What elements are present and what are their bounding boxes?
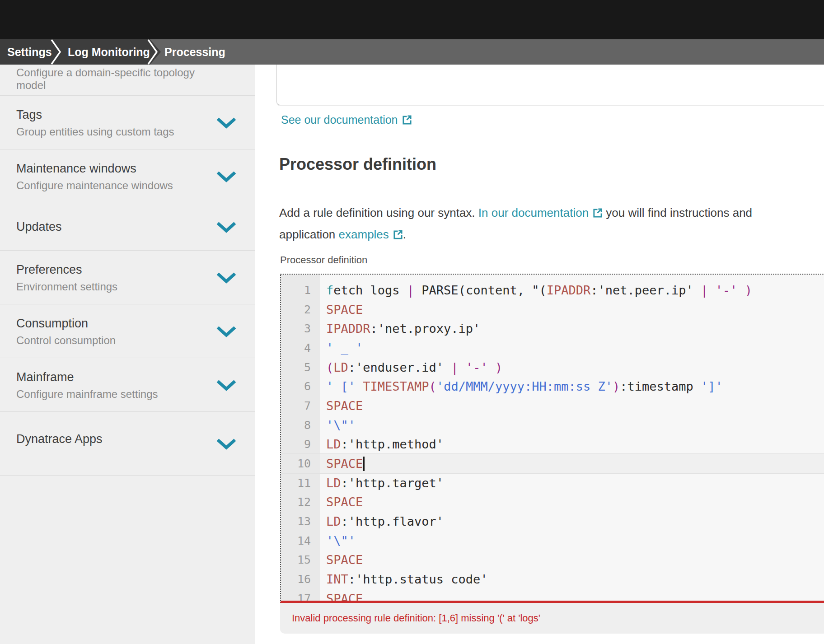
breadcrumb-settings[interactable]: Settings — [7, 39, 52, 65]
rule-name-input[interactable] — [276, 65, 824, 105]
code-text: fetch logs | PARSE(content, "(IPADDR:'ne… — [320, 280, 824, 300]
sidebar-item-title: Mainframe — [16, 370, 219, 384]
chevron-down-icon[interactable] — [216, 171, 237, 182]
line-number: 7 — [281, 396, 320, 415]
inline-doc-link[interactable]: examples — [339, 228, 389, 241]
line-number: 11 — [281, 473, 320, 493]
line-number: 1 — [281, 280, 320, 300]
breadcrumb-log-monitoring[interactable]: Log Monitoring — [68, 39, 150, 65]
code-line-17[interactable]: 17SPACE — [281, 589, 824, 603]
sidebar-item-subtitle: Configure a domain-specific topology mod… — [16, 66, 219, 92]
code-line-7[interactable]: 7SPACE — [281, 396, 824, 415]
see-documentation-link[interactable]: See our documentation — [281, 113, 398, 126]
validation-error-bar: Invalid processing rule definition: [1,6… — [280, 603, 824, 634]
inline-doc-link[interactable]: In our documentation — [478, 206, 589, 219]
processor-definition-editor[interactable]: 1fetch logs | PARSE(content, "(IPADDR:'n… — [280, 274, 824, 603]
chevron-down-icon[interactable] — [216, 221, 237, 233]
line-number: 13 — [281, 512, 320, 531]
chevron-down-icon[interactable] — [216, 379, 237, 391]
chevron-down-icon[interactable] — [216, 438, 237, 450]
line-number: 12 — [281, 493, 320, 512]
code-line-5[interactable]: 5(LD:'enduser.id' | '-' ) — [281, 358, 824, 377]
code-text: ' [' TIMESTAMP('dd/MMM/yyyy:HH:mm:ss Z')… — [320, 377, 824, 396]
sidebar-item-title: Tags — [16, 107, 219, 122]
chevron-down-icon[interactable] — [216, 326, 237, 337]
breadcrumb-processing: Processing — [164, 39, 225, 65]
sidebar-item-title: Preferences — [16, 262, 219, 277]
external-link-icon-slot — [398, 113, 412, 126]
line-number: 4 — [281, 338, 320, 358]
chevron-down-icon[interactable] — [216, 117, 237, 129]
code-text: (LD:'enduser.id' | '-' ) — [320, 358, 824, 377]
code-line-6[interactable]: 6' [' TIMESTAMP('dd/MMM/yyyy:HH:mm:ss Z'… — [281, 377, 824, 396]
sidebar-item-title: Updates — [16, 219, 219, 234]
code-line-1[interactable]: 1fetch logs | PARSE(content, "(IPADDR:'n… — [281, 280, 824, 300]
sidebar-item-subtitle: Configure mainframe settings — [16, 388, 219, 401]
code-line-9[interactable]: 9LD:'http.method' — [281, 435, 824, 454]
external-link-icon — [402, 115, 412, 125]
code-text: ' _ ' — [320, 338, 824, 358]
error-message: Invalid processing rule definition: [1,6… — [292, 612, 540, 624]
line-number: 6 — [281, 377, 320, 396]
code-text: INT:'http.status_code' — [320, 569, 824, 589]
code-line-15[interactable]: 15SPACE — [281, 551, 824, 570]
breadcrumb-chevron-icon — [147, 39, 158, 65]
sidebar-item-partial[interactable]: Configure a domain-specific topology mod… — [0, 65, 255, 96]
sidebar-item-title: Dynatrace Apps — [16, 432, 219, 446]
code-text: SPACE — [320, 493, 824, 512]
external-link-icon — [592, 208, 603, 218]
processor-definition-label: Processor definition — [280, 254, 367, 266]
code-line-14[interactable]: 14'\"' — [281, 531, 824, 551]
sidebar-item-subtitle: Group entities using custom tags — [16, 126, 219, 138]
text-cursor — [363, 457, 365, 471]
app-top-bar — [0, 0, 824, 39]
sidebar-item-subtitle: Environment settings — [16, 280, 219, 293]
code-line-4[interactable]: 4' _ ' — [281, 338, 824, 358]
page-title: Processor definition — [279, 155, 436, 174]
code-text: '\"' — [320, 415, 824, 435]
code-line-16[interactable]: 16INT:'http.status_code' — [281, 569, 824, 589]
code-text: LD:'http.method' — [320, 435, 824, 454]
sidebar-item-maintenance-windows[interactable]: Maintenance windowsConfigure maintenance… — [0, 149, 255, 203]
code-text: SPACE — [320, 396, 824, 415]
breadcrumb: Settings Log Monitoring Processing — [0, 39, 824, 65]
sidebar-item-subtitle: Configure maintenance windows — [16, 179, 219, 192]
line-number: 16 — [281, 569, 320, 589]
code-lines: 1fetch logs | PARSE(content, "(IPADDR:'n… — [281, 275, 824, 603]
code-line-3[interactable]: 3IPADDR:'net.proxy.ip' — [281, 319, 824, 338]
code-line-8[interactable]: 8'\"' — [281, 415, 824, 435]
sidebar-item-title: Maintenance windows — [16, 161, 219, 176]
chevron-down-icon[interactable] — [216, 272, 237, 284]
code-text: SPACE — [320, 551, 824, 570]
code-line-10[interactable]: 10SPACE — [281, 453, 824, 474]
code-line-12[interactable]: 12SPACE — [281, 493, 824, 512]
line-number: 3 — [281, 319, 320, 338]
sidebar-item-dynatrace-apps[interactable]: Dynatrace Apps — [0, 412, 255, 476]
code-line-11[interactable]: 11LD:'http.target' — [281, 473, 824, 493]
code-line-13[interactable]: 13LD:'http.flavor' — [281, 512, 824, 531]
line-number: 17 — [281, 589, 320, 603]
intro-text: Add a rule definition using our syntax. … — [279, 202, 792, 245]
code-text: IPADDR:'net.proxy.ip' — [320, 319, 824, 338]
code-text: '\"' — [320, 531, 824, 551]
sidebar-item-consumption[interactable]: ConsumptionControl consumption — [0, 304, 255, 358]
line-number: 9 — [281, 435, 320, 454]
code-text: SPACE — [320, 589, 824, 603]
sidebar: Configure a domain-specific topology mod… — [0, 65, 255, 644]
line-number: 14 — [281, 531, 320, 551]
sidebar-item-subtitle: Control consumption — [16, 334, 219, 347]
code-text: LD:'http.flavor' — [320, 512, 824, 531]
sidebar-item-mainframe[interactable]: MainframeConfigure mainframe settings — [0, 358, 255, 412]
line-number: 2 — [281, 300, 320, 319]
line-number: 8 — [281, 415, 320, 435]
code-line-2[interactable]: 2SPACE — [281, 300, 824, 319]
sidebar-item-title: Consumption — [16, 316, 219, 331]
main-panel: See our documentation Processor definiti… — [255, 65, 824, 644]
line-number: 5 — [281, 358, 320, 377]
external-link-icon — [393, 229, 403, 240]
sidebar-item-preferences[interactable]: PreferencesEnvironment settings — [0, 251, 255, 304]
sidebar-item-updates[interactable]: Updates — [0, 203, 255, 251]
code-text: SPACE — [320, 454, 824, 473]
sidebar-item-tags[interactable]: TagsGroup entities using custom tags — [0, 96, 255, 149]
line-number: 10 — [281, 454, 320, 473]
